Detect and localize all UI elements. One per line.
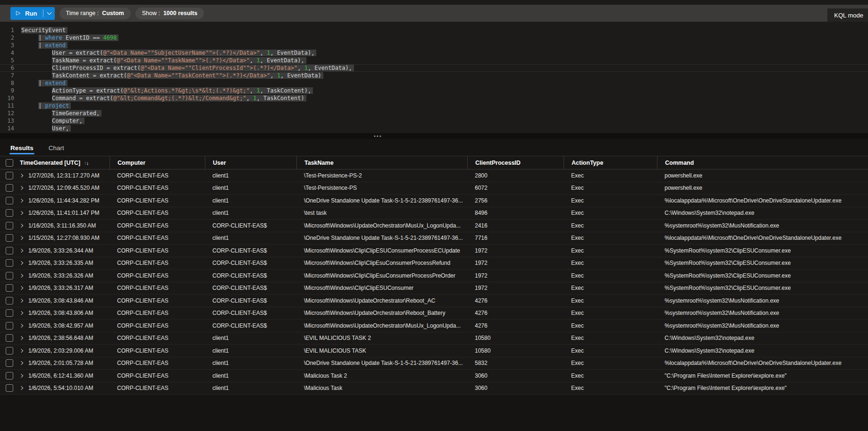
kql-mode-button[interactable]: KQL mode xyxy=(827,8,868,22)
code-token-p: , xyxy=(270,72,277,79)
cell-action: Exec xyxy=(564,385,657,391)
code-line[interactable]: 10 Command = extract(@"&lt;Command&gt;(.… xyxy=(0,94,868,102)
tab-results[interactable]: Results xyxy=(9,144,34,156)
expand-chevron-icon[interactable] xyxy=(19,374,23,378)
code-line[interactable]: 14 User, xyxy=(0,125,868,132)
code-line[interactable]: 6 ClientProcessID = extract(@"<Data Name… xyxy=(0,64,868,72)
table-row[interactable]: 1/9/2026, 2:38:56.648 AMCORP-CLIENT-EASc… xyxy=(0,332,868,345)
chevron-down-icon[interactable] xyxy=(47,10,51,15)
expand-chevron-icon[interactable] xyxy=(19,349,23,353)
cell-pid: 4276 xyxy=(467,297,564,304)
row-checkbox[interactable] xyxy=(6,384,13,392)
expand-chevron-icon[interactable] xyxy=(19,336,23,340)
table-row[interactable]: 1/9/2026, 3:33:26.344 AMCORP-CLIENT-EASC… xyxy=(0,245,868,257)
table-row[interactable]: 1/9/2026, 3:08:43.846 AMCORP-CLIENT-EASC… xyxy=(0,295,868,307)
table-row[interactable]: 1/9/2026, 3:33:26.335 AMCORP-CLIENT-EASC… xyxy=(0,257,868,270)
row-checkbox[interactable] xyxy=(6,284,13,292)
code-text: User, xyxy=(14,125,71,132)
table-row[interactable]: 1/15/2026, 12:27:08.930 AMCORP-CLIENT-EA… xyxy=(0,232,868,245)
code-line[interactable]: 4 User = extract(@"<Data Name=""SubjectU… xyxy=(0,49,868,57)
code-line[interactable]: 12 TimeGenerated, xyxy=(0,110,868,117)
time-range-picker[interactable]: Time range : Custom xyxy=(59,8,131,19)
expand-chevron-icon[interactable] xyxy=(19,274,23,278)
expand-chevron-icon[interactable] xyxy=(19,324,23,328)
table-row[interactable]: 1/6/2026, 5:54:10.010 AMCORP-CLIENT-EASc… xyxy=(0,382,868,395)
expand-chevron-icon[interactable] xyxy=(19,211,23,215)
cell-action: Exec xyxy=(564,347,657,354)
row-checkbox[interactable] xyxy=(6,272,13,279)
table-row[interactable]: 1/9/2026, 3:08:43.806 AMCORP-CLIENT-EASC… xyxy=(0,307,868,320)
column-header-taskname[interactable]: TaskName xyxy=(296,156,467,169)
table-row[interactable]: 1/9/2026, 3:08:42.957 AMCORP-CLIENT-EASC… xyxy=(0,320,868,332)
code-line[interactable]: 1SecurityEvent xyxy=(0,26,868,34)
expand-chevron-icon[interactable] xyxy=(19,286,23,290)
column-header-command[interactable]: Command xyxy=(657,156,868,169)
cell-task: \OneDrive Standalone Update Task-S-1-5-2… xyxy=(296,235,467,241)
selected-code: | project xyxy=(38,102,71,109)
code-line[interactable]: 9 ActionType = extract(@"&lt;Actions.*?&… xyxy=(0,87,868,94)
code-text: Command = extract(@"&lt;Command&gt;(.*?)… xyxy=(14,94,306,102)
code-token-p: TaskName = extract( xyxy=(52,57,117,64)
table-row[interactable]: 1/9/2026, 3:33:26.326 AMCORP-CLIENT-EASC… xyxy=(0,270,868,282)
expand-chevron-icon[interactable] xyxy=(19,186,23,190)
table-row[interactable]: 1/26/2026, 11:44:34.282 PMCORP-CLIENT-EA… xyxy=(0,194,868,207)
cell-action: Exec xyxy=(564,322,657,329)
expand-chevron-icon[interactable] xyxy=(19,236,23,240)
column-header-actiontype[interactable]: ActionType xyxy=(564,156,657,169)
table-row[interactable]: 1/27/2026, 12:31:17.270 AMCORP-CLIENT-EA… xyxy=(0,169,868,182)
row-checkbox[interactable] xyxy=(6,209,13,217)
expand-chevron-icon[interactable] xyxy=(19,386,23,390)
show-results-picker[interactable]: Show : 1000 results xyxy=(135,8,204,19)
row-checkbox[interactable] xyxy=(6,234,13,242)
code-line[interactable]: 11 | project xyxy=(0,102,868,110)
expand-chevron-icon[interactable] xyxy=(19,249,23,253)
expand-chevron-icon[interactable] xyxy=(19,361,23,365)
expand-chevron-icon[interactable] xyxy=(19,311,23,315)
row-checkbox[interactable] xyxy=(6,297,13,304)
expand-chevron-icon[interactable] xyxy=(19,261,23,265)
expand-chevron-icon[interactable] xyxy=(19,299,23,303)
row-checkbox[interactable] xyxy=(6,372,13,380)
table-row[interactable]: 1/9/2026, 2:01:05.728 AMCORP-CLIENT-EASc… xyxy=(0,357,868,370)
row-checkbox[interactable] xyxy=(6,334,13,342)
expand-chevron-icon[interactable] xyxy=(19,199,23,203)
row-checkbox[interactable] xyxy=(6,259,13,267)
code-line[interactable]: 2 | where EventID == 4698 xyxy=(0,34,868,42)
code-token-p: | xyxy=(38,102,45,109)
table-row[interactable]: 1/9/2026, 2:03:29.006 AMCORP-CLIENT-EASc… xyxy=(0,345,868,357)
code-line[interactable]: 13 Computer, xyxy=(0,117,868,125)
column-header-user[interactable]: User xyxy=(205,156,296,169)
cell-action: Exec xyxy=(564,260,657,266)
table-row[interactable]: 1/27/2026, 12:09:45.520 AMCORP-CLIENT-EA… xyxy=(0,182,868,195)
expand-chevron-icon[interactable] xyxy=(19,174,23,177)
row-checkbox[interactable] xyxy=(6,172,13,179)
editor-results-splitter[interactable]: ••• xyxy=(0,133,868,139)
table-row[interactable]: 1/6/2026, 6:12:41.360 AMCORP-CLIENT-EASc… xyxy=(0,370,868,382)
table-row[interactable]: 1/16/2026, 3:11:16.350 AMCORP-CLIENT-EAS… xyxy=(0,220,868,232)
row-checkbox[interactable] xyxy=(6,197,13,204)
row-checkbox[interactable] xyxy=(6,309,13,317)
sort-icon[interactable]: ↑↓ xyxy=(84,160,88,166)
select-all-checkbox[interactable] xyxy=(6,159,13,167)
column-header-timegenerated[interactable]: TimeGenerated [UTC] xyxy=(20,160,80,166)
cell-pid: 1972 xyxy=(467,285,564,291)
table-row[interactable]: 1/9/2026, 3:33:26.317 AMCORP-CLIENT-EASC… xyxy=(0,282,868,295)
row-checkbox[interactable] xyxy=(6,222,13,229)
row-checkbox[interactable] xyxy=(6,184,13,192)
expand-chevron-icon[interactable] xyxy=(19,224,23,228)
tab-chart[interactable]: Chart xyxy=(48,144,65,156)
code-line[interactable]: 7 TaskContent = extract(@"<Data Name=""T… xyxy=(0,72,868,79)
row-checkbox[interactable] xyxy=(6,247,13,254)
row-checkbox[interactable] xyxy=(6,359,13,367)
code-token-p: | xyxy=(38,80,45,86)
row-checkbox[interactable] xyxy=(6,322,13,330)
table-row[interactable]: 1/26/2026, 11:41:01.147 PMCORP-CLIENT-EA… xyxy=(0,207,868,220)
column-header-clientprocessid[interactable]: ClientProcessID xyxy=(467,156,564,169)
code-line[interactable]: 5 TaskName = extract(@"<Data Name=""Task… xyxy=(0,57,868,64)
code-line[interactable]: 3 | extend xyxy=(0,42,868,49)
query-editor[interactable]: 1SecurityEvent2 | where EventID == 46983… xyxy=(0,22,868,133)
row-checkbox[interactable] xyxy=(6,347,13,355)
run-button[interactable]: ▷ Run xyxy=(10,7,55,20)
column-header-computer[interactable]: Computer xyxy=(110,156,205,169)
code-line[interactable]: 8 | extend xyxy=(0,79,868,87)
